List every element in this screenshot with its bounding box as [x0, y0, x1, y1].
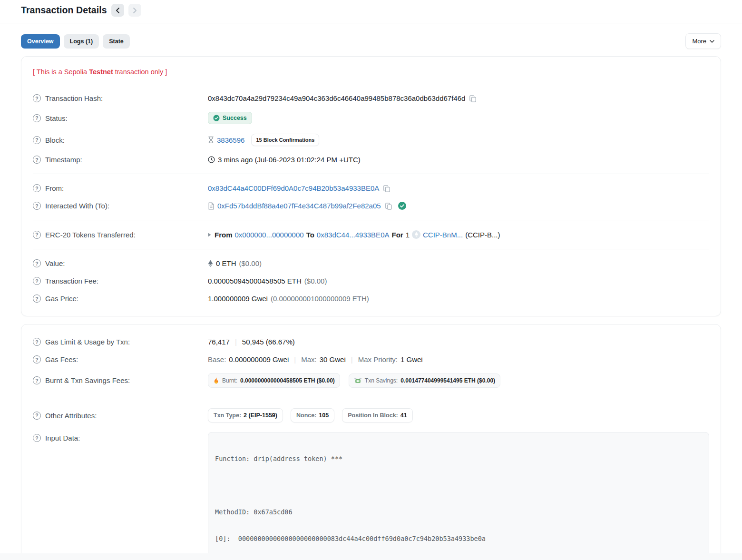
help-icon[interactable]: ? — [33, 156, 41, 164]
row-transaction-hash: ? Transaction Hash: 0x843dc70a4a29d79234… — [33, 89, 709, 107]
erc20-from-word: From — [215, 231, 233, 239]
txn-type-value: 2 (EIP-1559) — [244, 412, 277, 419]
fire-icon — [213, 377, 219, 384]
token-logo-icon — [412, 230, 420, 239]
row-value: ? Value: 0 ETH ($0.00) — [33, 255, 709, 272]
erc20-token-link[interactable]: CCIP-BnM... — [423, 231, 463, 239]
value-label: Value: — [45, 259, 65, 267]
gas-limit-usage-label: Gas Limit & Usage by Txn: — [45, 338, 130, 346]
help-icon[interactable]: ? — [33, 94, 41, 102]
page-header: Transaction Details — [21, 0, 721, 23]
position-in-block-badge: Position In Block: 41 — [342, 408, 412, 422]
erc20-from-address-link[interactable]: 0x000000...00000000 — [235, 231, 304, 239]
block-number-link[interactable]: 3836596 — [217, 136, 244, 144]
gas-price-eth: (0.000000001000000009 ETH) — [271, 295, 369, 303]
row-other-attributes: ? Other Attributes: Txn Type: 2 (EIP-155… — [33, 403, 709, 427]
chevron-right-icon — [133, 8, 137, 13]
more-dropdown-label: More — [692, 38, 706, 45]
input-function-line: Function: drip(address token) *** — [215, 453, 702, 464]
help-icon[interactable]: ? — [33, 136, 41, 144]
to-address-link[interactable]: 0xFd57b4ddBf88a4e07fF4e34C487b99af2Fe82a… — [217, 202, 381, 210]
txn-savings-value: 0.001477404999541495 ETH ($0.00) — [400, 377, 495, 384]
interacted-with-label: Interacted With (To): — [45, 202, 109, 210]
transaction-fee-value: 0.000050945000458505 ETH — [208, 277, 302, 285]
chevron-left-icon — [116, 8, 120, 13]
row-input-data: ? Input Data: Function: drip(address tok… — [33, 427, 709, 560]
overview-card: [ This is a Sepolia Testnet transaction … — [21, 56, 721, 316]
input-data-box[interactable]: Function: drip(address token) *** Method… — [208, 432, 709, 560]
eth-icon — [208, 260, 213, 267]
value-usd: ($0.00) — [239, 259, 262, 267]
row-burnt-savings: ? Burnt & Txn Savings Fees: Burnt: 0.000… — [33, 368, 709, 393]
help-icon[interactable]: ? — [33, 338, 41, 346]
next-transaction-button[interactable] — [128, 4, 141, 17]
erc20-to-word: To — [306, 231, 314, 239]
row-gas-fees: ? Gas Fees: Base: 0.000000009 Gwei | Max… — [33, 351, 709, 368]
help-icon[interactable]: ? — [33, 231, 41, 239]
max-priority-label: Max Priority: — [358, 355, 398, 364]
help-icon[interactable]: ? — [33, 277, 41, 285]
chevron-down-icon — [710, 40, 714, 43]
erc20-amount: 1 — [406, 231, 410, 239]
max-fee-label: Max: — [301, 355, 317, 364]
help-icon[interactable]: ? — [33, 202, 41, 210]
money-wings-icon — [354, 377, 362, 384]
footer-strip — [0, 553, 742, 560]
input-methodid-line: MethodID: 0x67a5cd06 — [215, 506, 702, 518]
max-priority-value: 1 Gwei — [400, 355, 423, 364]
status-badge: Success — [208, 112, 252, 124]
timestamp-value: 3 mins ago (Jul-06-2023 01:02:24 PM +UTC… — [218, 156, 361, 164]
input-data-label: Input Data: — [45, 434, 80, 442]
help-icon[interactable]: ? — [33, 412, 41, 420]
page-title: Transaction Details — [21, 5, 107, 16]
other-attributes-label: Other Attributes: — [45, 412, 97, 420]
row-interacted-with: ? Interacted With (To): 0xFd57b4ddBf88a4… — [33, 197, 709, 215]
copy-icon — [385, 202, 392, 210]
nonce-label: Nonce: — [296, 412, 316, 419]
timestamp-label: Timestamp: — [45, 156, 82, 164]
tab-state[interactable]: State — [103, 34, 130, 49]
row-gas-price: ? Gas Price: 1.000000009 Gwei (0.0000000… — [33, 290, 709, 307]
transaction-hash-value: 0x843dc70a4a29d79234c49a904c363d6c46640a… — [208, 94, 465, 102]
base-fee-value: 0.000000009 Gwei — [229, 355, 289, 364]
max-fee-value: 30 Gwei — [320, 355, 346, 364]
pipe-separator: | — [233, 338, 239, 346]
help-icon[interactable]: ? — [33, 376, 41, 384]
help-icon[interactable]: ? — [33, 184, 41, 192]
from-address-link[interactable]: 0x83dC44a4C00DFf69d0A0c7c94B20b53a4933BE… — [208, 184, 379, 192]
tabs-row: Overview Logs (1) State More — [21, 33, 721, 49]
copy-to-address-button[interactable] — [384, 202, 393, 210]
prev-transaction-button[interactable] — [111, 4, 124, 17]
copy-from-address-button[interactable] — [382, 185, 391, 192]
help-icon[interactable]: ? — [33, 114, 41, 122]
txn-savings-pill: Txn Savings: 0.001477404999541495 ETH ($… — [349, 373, 500, 388]
base-fee-label: Base: — [208, 355, 226, 364]
row-gas-limit-usage: ? Gas Limit & Usage by Txn: 76,417 | 50,… — [33, 333, 709, 351]
status-label: Status: — [45, 114, 68, 122]
row-erc20-transfers: ? ERC-20 Tokens Transferred: From 0x0000… — [33, 226, 709, 244]
erc20-transfers-label: ERC-20 Tokens Transferred: — [45, 231, 136, 239]
copy-icon — [383, 185, 391, 192]
row-from: ? From: 0x83dC44a4C00DFf69d0A0c7c94B20b5… — [33, 179, 709, 197]
help-icon[interactable]: ? — [33, 259, 41, 267]
from-label: From: — [45, 184, 64, 192]
row-block: ? Block: 3836596 15 Block Confirmations — [33, 129, 709, 151]
erc20-to-address-link[interactable]: 0x83dC44...4933BE0A — [317, 231, 390, 239]
block-confirmations-badge: 15 Block Confirmations — [251, 134, 319, 146]
more-dropdown-button[interactable]: More — [685, 33, 721, 49]
help-icon[interactable]: ? — [33, 434, 41, 442]
tab-overview[interactable]: Overview — [21, 34, 60, 49]
copy-hash-button[interactable] — [468, 95, 478, 102]
position-value: 41 — [400, 412, 407, 419]
help-icon[interactable]: ? — [33, 295, 41, 303]
tab-logs[interactable]: Logs (1) — [64, 34, 99, 49]
value-amount: 0 ETH — [216, 259, 236, 267]
testnet-notice: [ This is a Sepolia Testnet transaction … — [33, 68, 709, 76]
pipe-separator: | — [349, 355, 355, 364]
nonce-badge: Nonce: 105 — [291, 408, 334, 422]
row-status: ? Status: Success — [33, 107, 709, 129]
caret-right-icon[interactable] — [208, 233, 211, 237]
burnt-tag: Burnt: — [222, 377, 237, 384]
gas-price-label: Gas Price: — [45, 295, 78, 303]
help-icon[interactable]: ? — [33, 355, 41, 364]
